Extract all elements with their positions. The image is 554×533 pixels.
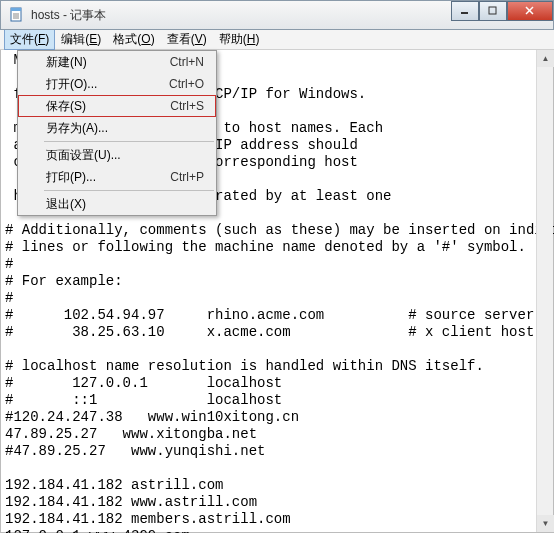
menu-save[interactable]: 保存(S)Ctrl+S [18,95,216,117]
scroll-down-icon[interactable]: ▼ [537,515,554,532]
menubar: 文件(F) 编辑(E) 格式(O) 查看(V) 帮助(H) [0,30,554,50]
maximize-button[interactable] [479,1,507,21]
scroll-up-icon[interactable]: ▲ [537,50,554,67]
file-menu-dropdown: 新建(N)Ctrl+N 打开(O)...Ctrl+O 保存(S)Ctrl+S 另… [17,50,217,216]
menu-edit[interactable]: 编辑(E) [55,29,107,50]
menu-separator [44,190,214,191]
menu-separator [44,141,214,142]
menu-open[interactable]: 打开(O)...Ctrl+O [18,73,216,95]
close-button[interactable] [507,1,553,21]
svg-rect-6 [489,7,496,14]
menu-exit[interactable]: 退出(X) [18,193,216,215]
menu-format[interactable]: 格式(O) [107,29,160,50]
menu-pagesetup[interactable]: 页面设置(U)... [18,144,216,166]
notepad-icon [9,7,25,23]
menu-help[interactable]: 帮助(H) [213,29,266,50]
titlebar: hosts - 记事本 [0,0,554,30]
window-controls [451,1,553,21]
minimize-button[interactable] [451,1,479,21]
svg-rect-1 [11,8,21,11]
menu-view[interactable]: 查看(V) [161,29,213,50]
menu-new[interactable]: 新建(N)Ctrl+N [18,51,216,73]
menu-file[interactable]: 文件(F) [4,29,55,50]
window-title: hosts - 记事本 [31,7,106,24]
menu-saveas[interactable]: 另存为(A)... [18,117,216,139]
editor-area: Microsoft Corp. file used by Microsoft T… [0,50,554,533]
menu-print[interactable]: 打印(P)...Ctrl+P [18,166,216,188]
vertical-scrollbar[interactable]: ▲ ▼ [536,50,553,532]
